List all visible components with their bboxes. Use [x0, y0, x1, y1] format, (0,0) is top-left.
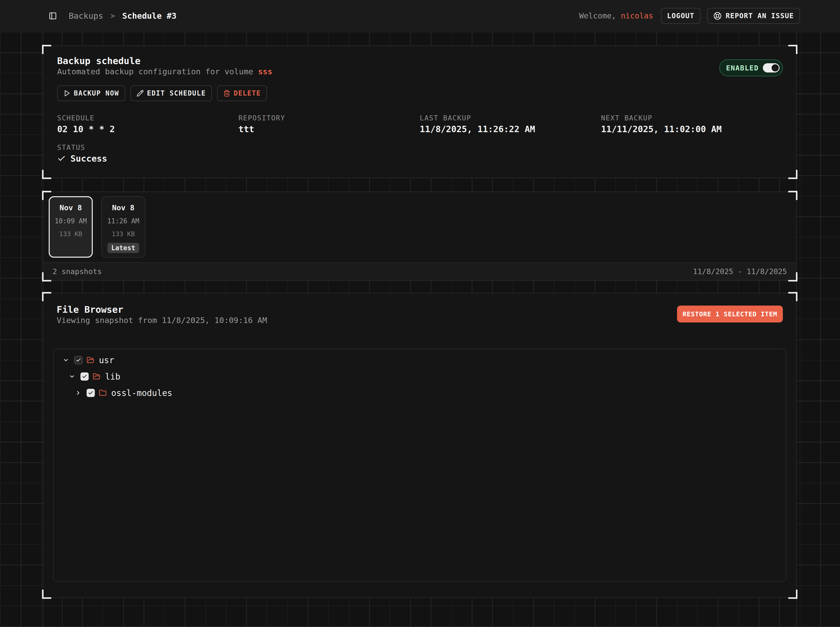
sidebar-toggle-icon[interactable]: [49, 12, 57, 20]
breadcrumb: Backups > Schedule #3: [69, 11, 177, 21]
snapshot-card-selected[interactable]: Nov 8 10:09 AM 133 KB: [49, 196, 93, 258]
snapshot-time: 11:26 AM: [107, 217, 139, 225]
volume-name: sss: [258, 67, 272, 76]
snapshot-count: 2 snapshots: [52, 267, 102, 276]
latest-badge: Latest: [107, 243, 139, 253]
toggle-label: ENABLED: [726, 64, 759, 72]
checkbox-checked[interactable]: [87, 389, 95, 397]
file-browser-title: File Browser: [57, 304, 267, 315]
folder-open-icon: [93, 373, 101, 380]
field-status: STATUS Success: [57, 143, 782, 164]
file-browser-subtitle: Viewing snapshot from 11/8/2025, 10:09:1…: [57, 315, 267, 325]
breadcrumb-backups[interactable]: Backups: [69, 11, 103, 21]
logout-button[interactable]: LOGOUT: [661, 8, 701, 24]
corner-bracket: [788, 292, 797, 301]
play-icon: [63, 90, 71, 97]
tree-label: ossl-modules: [111, 388, 172, 398]
folder-open-icon: [87, 356, 94, 364]
corner-bracket: [42, 589, 51, 599]
chevron-down-icon[interactable]: [69, 373, 75, 380]
schedule-fields-grid: SCHEDULE 02 10 * * 2 REPOSITORY ttt LAST…: [57, 114, 782, 164]
welcome-text: Welcome, nicolas: [579, 11, 653, 20]
toggle-knob: [771, 63, 780, 72]
backup-now-button[interactable]: BACKUP NOW: [57, 85, 125, 101]
status-value: Success: [71, 153, 107, 164]
tree-row-ossl-modules[interactable]: ossl-modules: [63, 386, 781, 400]
delete-button[interactable]: DELETE: [217, 85, 267, 101]
snapshots-panel: Nov 8 10:09 AM 133 KB Nov 8 11:26 AM 133…: [43, 192, 797, 281]
field-next-backup: NEXT BACKUP 11/11/2025, 11:02:00 AM: [601, 114, 783, 134]
corner-bracket: [788, 45, 797, 54]
tree-row-lib[interactable]: lib: [63, 369, 781, 384]
tree-label: usr: [99, 355, 114, 365]
breadcrumb-separator: >: [111, 11, 115, 20]
corner-bracket: [42, 170, 51, 179]
tree-row-usr[interactable]: usr: [63, 353, 781, 367]
corner-bracket: [788, 170, 797, 179]
snapshot-date-range: 11/8/2025 - 11/8/2025: [693, 267, 787, 276]
snapshot-date: Nov 8: [60, 203, 82, 212]
check-icon: [57, 154, 66, 163]
life-buoy-icon: [714, 12, 722, 20]
header-left: Backups > Schedule #3: [49, 11, 177, 21]
file-browser-header: File Browser Viewing snapshot from 11/8/…: [57, 304, 783, 325]
folder-icon: [99, 389, 107, 397]
main-content: Backup schedule Automated backup configu…: [0, 32, 840, 627]
enabled-toggle[interactable]: ENABLED: [719, 60, 783, 76]
panel-subtitle: Automated backup configuration for volum…: [57, 67, 782, 76]
file-browser-titles: File Browser Viewing snapshot from 11/8/…: [57, 304, 267, 325]
chevron-right-icon[interactable]: [75, 390, 81, 396]
toggle-switch[interactable]: [763, 63, 779, 72]
field-last-backup: LAST BACKUP 11/8/2025, 11:26:22 AM: [420, 114, 601, 134]
corner-bracket: [788, 589, 797, 599]
field-repository: REPOSITORY ttt: [238, 114, 420, 134]
snapshot-cards: Nov 8 10:09 AM 133 KB Nov 8 11:26 AM 133…: [49, 196, 145, 258]
header-right: Welcome, nicolas LOGOUT REPORT AN ISSUE: [579, 8, 800, 24]
snapshot-size: 133 KB: [59, 230, 82, 238]
trash-icon: [223, 90, 231, 97]
checkbox-checked[interactable]: [81, 372, 88, 381]
corner-bracket: [788, 191, 797, 200]
snapshot-size: 133 KB: [112, 230, 135, 238]
file-browser-panel: File Browser Viewing snapshot from 11/8/…: [43, 293, 797, 598]
pencil-icon: [137, 90, 144, 97]
corner-bracket: [788, 272, 797, 282]
snapshot-date: Nov 8: [112, 203, 134, 212]
backup-schedule-panel: Backup schedule Automated backup configu…: [43, 46, 797, 178]
snapshots-footer: 2 snapshots 11/8/2025 - 11/8/2025: [43, 262, 796, 280]
tree-label: lib: [105, 372, 120, 382]
corner-bracket: [42, 272, 51, 282]
report-issue-button[interactable]: REPORT AN ISSUE: [707, 8, 800, 24]
corner-bracket: [42, 191, 51, 200]
username: nicolas: [621, 11, 653, 20]
field-schedule: SCHEDULE 02 10 * * 2: [57, 114, 238, 134]
snapshot-time: 10:09 AM: [55, 217, 87, 225]
restore-button[interactable]: RESTORE 1 SELECTED ITEM: [677, 306, 783, 323]
breadcrumb-current: Schedule #3: [122, 11, 177, 21]
top-header: Backups > Schedule #3 Welcome, nicolas L…: [0, 0, 840, 32]
panel-title: Backup schedule: [57, 55, 782, 66]
edit-schedule-button[interactable]: EDIT SCHEDULE: [130, 85, 212, 101]
corner-bracket: [42, 292, 51, 301]
corner-bracket: [42, 45, 51, 54]
checkbox-checked[interactable]: [74, 356, 82, 364]
action-button-row: BACKUP NOW EDIT SCHEDULE DELETE: [57, 85, 782, 101]
chevron-down-icon[interactable]: [63, 357, 69, 363]
file-tree: usr lib: [53, 348, 786, 582]
snapshot-card[interactable]: Nov 8 11:26 AM 133 KB Latest: [101, 196, 145, 258]
